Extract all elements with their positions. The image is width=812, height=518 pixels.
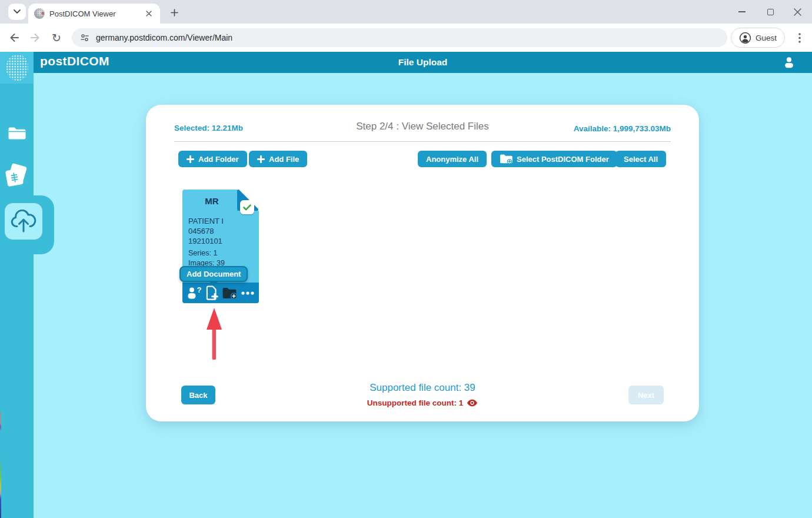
profile-label: Guest bbox=[756, 34, 777, 42]
site-settings-icon bbox=[80, 33, 89, 42]
anonymize-patient-icon[interactable]: ? bbox=[187, 287, 202, 299]
select-postdicom-folder-label: Select PostDICOM Folder bbox=[517, 155, 609, 164]
window-maximize-button[interactable] bbox=[761, 4, 779, 20]
sidebar-item-studies[interactable] bbox=[0, 164, 34, 188]
screen-edge-artifact bbox=[0, 412, 1, 518]
add-folder-button[interactable]: Add Folder bbox=[178, 151, 247, 167]
modality-label: MR bbox=[182, 196, 241, 206]
series-count: Series: 1 bbox=[188, 248, 225, 258]
user-icon bbox=[783, 55, 796, 69]
reload-icon: ↻ bbox=[52, 32, 61, 44]
select-postdicom-folder-button[interactable]: Select PostDICOM Folder bbox=[491, 151, 617, 167]
add-document-tooltip: Add Document bbox=[179, 266, 248, 282]
brain-logo-icon bbox=[6, 55, 28, 81]
select-all-button[interactable]: Select All bbox=[615, 151, 666, 167]
browser-menu-button[interactable] bbox=[792, 30, 807, 45]
plus-icon bbox=[187, 155, 194, 163]
folder-icon bbox=[8, 125, 26, 141]
red-annotation-arrow bbox=[205, 308, 224, 361]
patient-name: PATIENT I bbox=[188, 216, 224, 226]
study-card[interactable]: MR PATIENT I 045678 19210101 Series: 1 I… bbox=[182, 190, 259, 303]
kebab-menu-icon bbox=[798, 33, 801, 43]
chevron-down-icon bbox=[14, 9, 21, 14]
page-title: File Upload bbox=[34, 57, 812, 68]
available-size-label: Available: 1,999,733.03Mb bbox=[574, 124, 671, 133]
user-menu-button[interactable] bbox=[783, 55, 796, 71]
sidebar-item-folders[interactable] bbox=[0, 125, 34, 141]
add-folder-label: Add Folder bbox=[198, 155, 239, 164]
more-options-icon[interactable] bbox=[241, 291, 254, 295]
anonymize-all-button[interactable]: Anonymize All bbox=[418, 151, 487, 167]
anonymize-all-label: Anonymize All bbox=[426, 155, 478, 164]
browser-tab[interactable]: PostDICOM Viewer bbox=[28, 4, 160, 24]
postdicom-logo[interactable] bbox=[0, 52, 34, 84]
close-icon bbox=[794, 8, 801, 16]
add-file-button[interactable]: Add File bbox=[249, 151, 307, 167]
checkmark-icon bbox=[243, 204, 251, 211]
url-text: germany.postdicom.com/Viewer/Main bbox=[96, 33, 232, 42]
study-images-icon bbox=[5, 164, 29, 188]
patient-info: PATIENT I 045678 19210101 bbox=[188, 216, 224, 246]
maximize-icon bbox=[767, 9, 774, 15]
unsupported-count-row: Unsupported file count: 1 bbox=[146, 399, 699, 407]
minimize-icon bbox=[738, 11, 746, 12]
next-label: Next bbox=[638, 391, 654, 400]
unsupported-count-label: Unsupported file count: 1 bbox=[367, 399, 464, 407]
window-close-button[interactable] bbox=[788, 4, 806, 20]
back-arrow-icon bbox=[8, 32, 20, 44]
tab-close-icon[interactable] bbox=[144, 8, 154, 19]
sidebar bbox=[0, 84, 34, 518]
tooltip-label: Add Document bbox=[187, 270, 241, 278]
header-divider bbox=[174, 141, 671, 142]
select-all-label: Select All bbox=[624, 155, 658, 164]
forward-button[interactable] bbox=[25, 28, 45, 48]
next-button: Next bbox=[628, 386, 664, 404]
file-upload-panel: Selected: 12.21Mb Step 2/4 : View Select… bbox=[146, 105, 699, 421]
folder-plus-icon bbox=[500, 154, 513, 164]
add-document-icon[interactable] bbox=[205, 285, 219, 300]
add-file-label: Add File bbox=[269, 155, 299, 164]
supported-count-label: Supported file count: 39 bbox=[146, 382, 699, 394]
study-checkbox-checked[interactable] bbox=[240, 200, 254, 214]
tab-search-button[interactable] bbox=[8, 4, 26, 20]
patient-id: 045678 bbox=[188, 226, 224, 236]
app-content: postDICOM File Upload bbox=[0, 52, 812, 518]
cloud-upload-icon bbox=[10, 210, 37, 233]
eye-icon[interactable] bbox=[467, 399, 478, 407]
back-button[interactable] bbox=[4, 28, 24, 48]
window-minimize-button[interactable] bbox=[733, 4, 751, 20]
postdicom-favicon bbox=[34, 8, 45, 19]
study-date: 19210101 bbox=[188, 236, 224, 246]
plus-icon bbox=[257, 155, 265, 163]
tab-title: PostDICOM Viewer bbox=[49, 9, 144, 18]
reload-button[interactable]: ↻ bbox=[46, 28, 66, 48]
forward-arrow-icon bbox=[29, 32, 41, 44]
sidebar-item-upload-active[interactable] bbox=[5, 203, 42, 240]
address-bar[interactable]: germany.postdicom.com/Viewer/Main bbox=[72, 28, 727, 47]
svg-text:?: ? bbox=[197, 287, 202, 294]
add-to-folder-icon[interactable] bbox=[222, 287, 238, 300]
study-card-toolbar: ? bbox=[182, 283, 259, 303]
series-info: Series: 1 Images: 39 bbox=[188, 248, 225, 268]
guest-avatar-icon bbox=[739, 32, 751, 44]
browser-tab-strip: PostDICOM Viewer bbox=[0, 0, 812, 24]
browser-toolbar: ↻ germany.postdicom.com/Viewer/Main Gues… bbox=[0, 24, 812, 52]
new-tab-button[interactable] bbox=[167, 5, 181, 19]
profile-button[interactable]: Guest bbox=[731, 28, 785, 48]
plus-icon bbox=[171, 9, 178, 16]
